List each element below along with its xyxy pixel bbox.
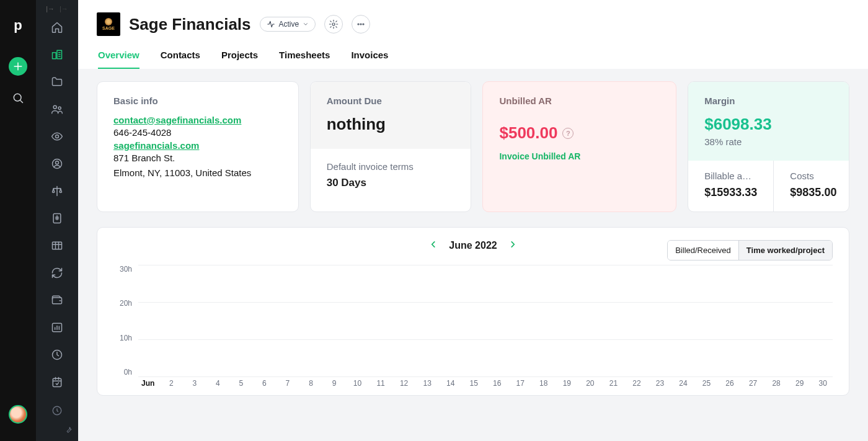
add-button[interactable]	[9, 57, 27, 76]
tab-timesheets[interactable]: Timesheets	[279, 50, 330, 69]
costs-label: Costs	[790, 171, 836, 181]
people-icon[interactable]	[51, 103, 63, 118]
x-tick: 9	[324, 379, 344, 388]
chart-bars	[138, 264, 833, 375]
contact-website-link[interactable]: sagefinancials.com	[113, 140, 282, 151]
unbilled-ar-value: $500.00	[499, 123, 557, 143]
address-line2: Elmont, NY, 11003, United States	[113, 166, 282, 180]
svg-point-7	[56, 161, 59, 164]
x-tick: 24	[673, 379, 693, 388]
contact-email-link[interactable]: contact@sagefinancials.com	[113, 115, 282, 125]
margin-rate: 38% rate	[704, 136, 833, 147]
x-tick: 8	[301, 379, 321, 388]
x-tick: 19	[557, 379, 577, 388]
unbilled-ar-title: Unbilled AR	[499, 96, 660, 106]
prev-month-button[interactable]	[429, 240, 438, 251]
eye-icon[interactable]	[51, 130, 63, 145]
amount-due-card: Amount Due nothing Default invoice terms…	[310, 81, 472, 212]
info-icon[interactable]: ?	[562, 128, 574, 139]
calendar-icon[interactable]	[51, 376, 63, 391]
home-icon[interactable]	[51, 21, 63, 36]
companies-icon[interactable]	[51, 48, 63, 63]
status-text: Active	[279, 20, 299, 29]
table-icon[interactable]	[51, 239, 63, 254]
unbilled-ar-card: Unbilled AR $500.00 ? Invoice Unbilled A…	[482, 81, 676, 212]
y-tick: 0h	[124, 368, 132, 376]
avatar[interactable]	[9, 405, 27, 424]
search-icon[interactable]	[12, 92, 24, 107]
amount-due-value: nothing	[327, 115, 455, 134]
chart-x-axis: Jun2345678910111213141516171819202122232…	[138, 379, 833, 388]
chart-month-label: June 2022	[449, 240, 497, 251]
x-tick: 11	[371, 379, 391, 388]
app-logo: p	[14, 17, 22, 33]
tab-overview[interactable]: Overview	[98, 50, 140, 69]
profile-icon[interactable]	[51, 158, 63, 172]
invoice-unbilled-link[interactable]: Invoice Unbilled AR	[499, 151, 660, 161]
settings-button[interactable]	[324, 15, 343, 33]
terms-value: 30 Days	[327, 177, 455, 189]
x-tick: 7	[278, 379, 298, 388]
y-tick: 10h	[120, 334, 132, 342]
x-tick: 22	[627, 379, 647, 388]
chart-toggle-option[interactable]: Billed/Received	[668, 241, 738, 260]
collapse-toggle[interactable]: |→|→	[46, 5, 68, 12]
wrench-icon[interactable]	[64, 425, 73, 436]
client-logo-text: SAGE	[102, 26, 115, 30]
folder-icon[interactable]	[51, 76, 63, 91]
amount-due-title: Amount Due	[327, 96, 455, 106]
x-tick: 29	[790, 379, 810, 388]
y-tick: 30h	[120, 265, 132, 274]
x-tick: 12	[394, 379, 414, 388]
chart-y-axis: 30h20h10h0h	[113, 265, 138, 376]
x-tick: 18	[534, 379, 554, 388]
costs-value: $9835.00	[790, 186, 836, 199]
x-tick: 25	[697, 379, 717, 388]
basic-info-card: Basic info contact@sagefinancials.com 64…	[97, 81, 299, 212]
x-tick: 14	[441, 379, 461, 388]
primary-rail: p	[0, 0, 36, 441]
tab-contacts[interactable]: Contacts	[161, 50, 200, 69]
y-tick: 20h	[120, 299, 132, 308]
basic-info-title: Basic info	[113, 96, 282, 106]
tab-projects[interactable]: Projects	[221, 50, 258, 69]
chart-toggle: Billed/ReceivedTime worked/project	[667, 240, 833, 261]
svg-rect-9	[53, 242, 62, 249]
tabs: OverviewContactsProjectsTimesheetsInvoic…	[97, 50, 849, 69]
margin-value: $6098.33	[704, 115, 833, 134]
wallet-icon[interactable]	[51, 294, 63, 309]
chart-icon[interactable]	[51, 321, 63, 336]
x-tick: 27	[743, 379, 763, 388]
x-tick: 23	[650, 379, 670, 388]
billable-value: $15933.33	[704, 186, 757, 199]
sync-icon[interactable]	[51, 267, 63, 282]
gear-icon	[329, 19, 339, 29]
svg-rect-13	[53, 378, 61, 386]
clock-small-icon[interactable]	[51, 405, 63, 419]
billable-label: Billable a…	[704, 171, 757, 181]
clock-icon[interactable]	[51, 349, 63, 363]
svg-rect-1	[53, 53, 56, 59]
svg-point-3	[53, 105, 56, 109]
chevron-down-icon	[303, 21, 309, 27]
x-tick: 10	[348, 379, 368, 388]
more-button[interactable]	[352, 15, 370, 33]
x-tick: 20	[580, 379, 600, 388]
svg-point-15	[332, 23, 335, 25]
tab-invoices[interactable]: Invoices	[351, 50, 388, 69]
x-tick: 5	[231, 379, 251, 388]
svg-point-18	[363, 24, 364, 25]
main-content: SAGE Sage Financials Active OverviewCont…	[78, 0, 868, 441]
status-pill[interactable]: Active	[260, 17, 316, 32]
x-tick: 4	[208, 379, 228, 388]
next-month-button[interactable]	[508, 240, 517, 251]
x-tick: 2	[162, 379, 182, 388]
balance-icon[interactable]	[51, 185, 63, 200]
x-tick: 21	[604, 379, 624, 388]
invoice-icon[interactable]	[51, 212, 63, 227]
svg-point-0	[14, 94, 21, 101]
margin-title: Margin	[704, 96, 833, 106]
svg-point-17	[360, 24, 361, 25]
chart-toggle-option[interactable]: Time worked/project	[738, 241, 832, 260]
secondary-rail: |→|→	[36, 0, 78, 441]
